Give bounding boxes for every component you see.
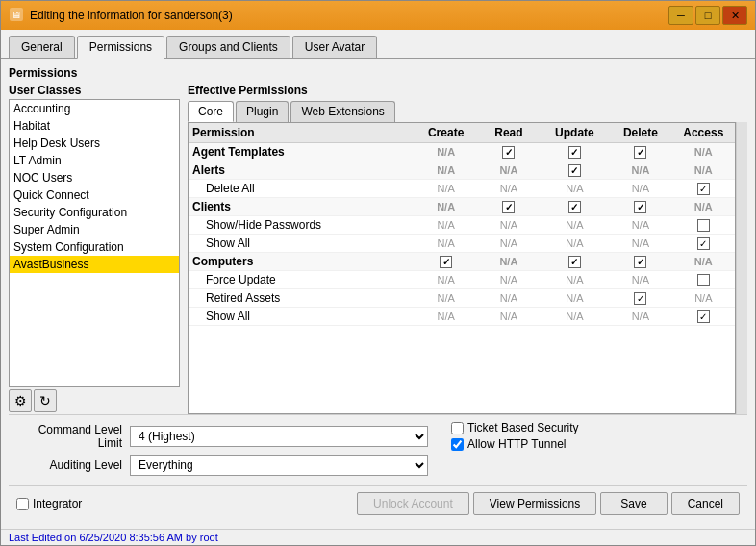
tab-plugin[interactable]: Plugin (236, 101, 289, 122)
checkbox[interactable] (634, 146, 646, 159)
perm-create[interactable] (415, 253, 477, 271)
allow-http-tunnel-label[interactable]: Allow HTTP Tunnel (451, 437, 579, 451)
command-level-select[interactable]: 4 (Highest) 3 2 1 (Lowest) (130, 426, 428, 447)
perm-access[interactable] (672, 308, 735, 326)
perm-access: N/A (672, 143, 735, 161)
permissions-table-container: Permission Create Read Update Delete Acc… (188, 122, 747, 414)
perm-row-show-all-clients: Show All N/A N/A N/A N/A (189, 235, 735, 253)
ticket-based-security-label[interactable]: Ticket Based Security (451, 421, 579, 434)
allow-http-tunnel-checkbox[interactable] (451, 438, 464, 451)
list-item[interactable]: Help Desk Users (10, 135, 179, 152)
svg-text:🖥: 🖥 (12, 10, 21, 20)
perm-update: N/A (541, 235, 610, 253)
minimize-button[interactable]: ─ (668, 6, 693, 25)
status-text: Last Edited on 6/25/2020 8:35:56 AM by r… (9, 532, 218, 543)
title-bar-title: Editing the information for sanderson(3) (30, 9, 668, 22)
list-item[interactable]: Habitat (10, 117, 179, 135)
tab-groups-clients[interactable]: Groups and Clients (166, 36, 290, 58)
checkbox[interactable] (568, 164, 581, 177)
command-level-row: Command Level Limit 4 (Highest) 3 2 1 (L… (16, 421, 740, 451)
title-bar: 🖥 Editing the information for sanderson(… (1, 1, 755, 30)
perm-row-alerts: Alerts N/A N/A N/A N/A (189, 161, 735, 180)
perm-name: Clients (189, 198, 415, 216)
perm-delete[interactable] (609, 289, 671, 308)
auditing-select[interactable]: Everything Nothing Custom (130, 455, 428, 476)
tab-web-extensions[interactable]: Web Extensions (290, 101, 395, 122)
perm-create: N/A (415, 180, 477, 198)
list-item[interactable]: Accounting (10, 100, 179, 117)
checkbox[interactable] (697, 183, 710, 195)
perm-read: N/A (477, 161, 540, 180)
view-permissions-button[interactable]: View Permissions (473, 492, 596, 515)
perm-row-agent-templates: Agent Templates N/A N/A (189, 143, 735, 161)
auditing-label: Auditing Level (16, 459, 122, 472)
perm-access[interactable] (672, 180, 735, 198)
perm-row-showhide-passwords: Show/Hide Passwords N/A N/A N/A N/A (189, 216, 735, 235)
perm-read: N/A (477, 216, 540, 235)
save-button[interactable]: Save (600, 492, 667, 515)
perm-read[interactable] (477, 143, 540, 161)
command-level-label: Command Level Limit (16, 423, 122, 450)
col-update: Update (541, 123, 610, 143)
perm-access[interactable] (672, 235, 735, 253)
close-button[interactable]: ✕ (722, 6, 747, 25)
list-item[interactable]: Quick Connect (10, 186, 179, 204)
perm-update[interactable] (541, 161, 610, 180)
list-item[interactable]: Super Admin (10, 221, 179, 238)
checkbox[interactable] (568, 201, 581, 213)
checkbox[interactable] (440, 256, 452, 268)
maximize-button[interactable]: □ (695, 6, 720, 25)
perm-read: N/A (477, 271, 540, 289)
perm-update[interactable] (541, 198, 610, 216)
checkbox[interactable] (634, 256, 646, 268)
col-create: Create (415, 123, 477, 143)
perm-update[interactable] (541, 253, 610, 271)
integrator-label[interactable]: Integrator (16, 497, 82, 510)
checkbox[interactable] (697, 310, 710, 323)
perm-delete[interactable] (609, 253, 671, 271)
left-panel: User Classes Accounting Habitat Help Des… (9, 84, 180, 414)
list-item[interactable]: LT Admin (10, 152, 179, 169)
perm-name: Show/Hide Passwords (189, 216, 415, 235)
perm-read[interactable] (477, 198, 540, 216)
scrollbar[interactable] (736, 122, 747, 414)
perm-create: N/A (415, 308, 477, 326)
perm-row-delete-all: Delete All N/A N/A N/A N/A (189, 180, 735, 198)
unlock-account-button[interactable]: Unlock Account (357, 492, 469, 515)
list-item[interactable]: System Configuration (10, 238, 179, 256)
tab-user-avatar[interactable]: User Avatar (292, 36, 377, 58)
tab-general[interactable]: General (9, 36, 75, 58)
tab-core[interactable]: Core (188, 101, 234, 122)
refresh-button[interactable]: ↻ (34, 389, 57, 412)
list-item[interactable]: Security Configuration (10, 204, 179, 221)
user-classes-list[interactable]: Accounting Habitat Help Desk Users LT Ad… (9, 99, 180, 387)
right-panel: Effective Permissions Core Plugin Web Ex… (188, 84, 747, 414)
permissions-table: Permission Create Read Update Delete Acc… (189, 123, 735, 326)
checkbox[interactable] (634, 292, 646, 305)
gear-button[interactable]: ⚙ (9, 389, 32, 412)
cancel-button[interactable]: Cancel (671, 492, 740, 515)
checkbox[interactable] (502, 201, 515, 213)
perm-access[interactable] (672, 216, 735, 235)
list-item-selected[interactable]: AvastBusiness (10, 256, 179, 273)
perm-delete[interactable] (609, 143, 671, 161)
perm-update: N/A (541, 289, 610, 308)
checkbox[interactable] (568, 256, 581, 268)
checkbox[interactable] (697, 219, 710, 232)
perm-update[interactable] (541, 143, 610, 161)
perm-delete[interactable] (609, 198, 671, 216)
checkbox[interactable] (502, 146, 515, 159)
tab-permissions[interactable]: Permissions (77, 36, 164, 59)
perm-delete: N/A (609, 161, 671, 180)
ticket-based-security-checkbox[interactable] (451, 422, 464, 434)
perm-access: N/A (672, 289, 735, 308)
perm-delete: N/A (609, 271, 671, 289)
integrator-checkbox[interactable] (16, 498, 29, 510)
list-item[interactable]: NOC Users (10, 169, 179, 186)
perm-update: N/A (541, 271, 610, 289)
checkbox[interactable] (634, 201, 646, 213)
perm-access[interactable] (672, 271, 735, 289)
checkbox[interactable] (697, 274, 710, 286)
checkbox[interactable] (697, 237, 710, 250)
checkbox[interactable] (568, 146, 581, 159)
